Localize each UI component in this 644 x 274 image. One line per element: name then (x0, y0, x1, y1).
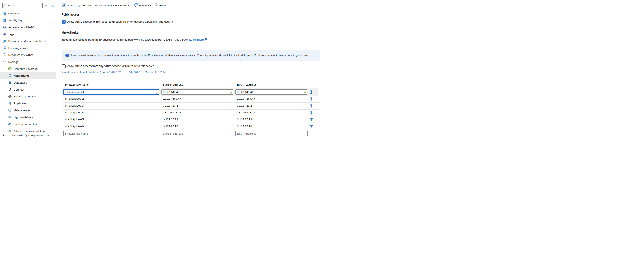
svg-text:My: My (4, 13, 6, 14)
svg-text:DB: DB (9, 82, 10, 83)
svg-text:$: $ (10, 68, 10, 70)
svg-text:✓: ✓ (10, 117, 11, 118)
svg-text:101: 101 (4, 47, 6, 48)
